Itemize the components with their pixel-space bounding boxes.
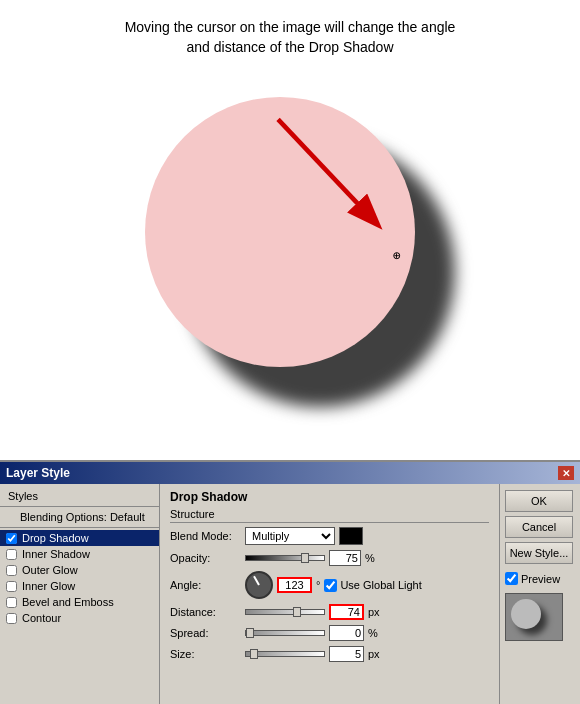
spread-label: Spread: [170,627,245,639]
preview-label: Preview [521,573,560,585]
outer-glow-item[interactable]: Outer Glow [0,562,159,578]
blending-options-label: Blending Options: Default [20,511,145,523]
contour-label: Contour [22,612,61,624]
size-label: Size: [170,648,245,660]
size-input[interactable] [329,646,364,662]
ok-button[interactable]: OK [505,490,573,512]
size-row: Size: px [170,646,489,662]
opacity-controls: % [245,550,489,566]
dialog-title-bar: Layer Style ✕ [0,462,580,484]
spread-unit: % [368,627,378,639]
styles-divider-2 [0,527,159,528]
angle-label: Angle: [170,579,245,591]
drop-shadow-item[interactable]: Drop Shadow [0,530,159,546]
section-title: Drop Shadow [170,490,489,504]
inner-shadow-item[interactable]: Inner Shadow [0,546,159,562]
angle-controls: ° Use Global Light [245,571,489,599]
layer-style-dialog: Layer Style ✕ Styles Blending Options: D… [0,460,580,704]
bevel-emboss-item[interactable]: Bevel and Emboss [0,594,159,610]
drop-shadow-checkbox[interactable] [6,533,17,544]
size-slider[interactable] [245,651,325,657]
inner-glow-item[interactable]: Inner Glow [0,578,159,594]
angle-unit: ° [316,579,320,591]
blending-options-item[interactable]: Blending Options: Default [0,509,159,525]
distance-label: Distance: [170,606,245,618]
preview-checkbox[interactable] [505,572,518,585]
size-thumb[interactable] [250,649,258,659]
blend-mode-dropdown[interactable]: Multiply [245,527,335,545]
distance-controls: px [245,604,489,620]
blend-mode-row: Blend Mode: Multiply [170,527,489,545]
size-unit: px [368,648,380,660]
outer-glow-label: Outer Glow [22,564,78,576]
inner-glow-checkbox[interactable] [6,581,17,592]
blend-mode-label: Blend Mode: [170,530,245,542]
spread-controls: % [245,625,489,641]
distance-slider[interactable] [245,609,325,615]
global-light-label: Use Global Light [340,579,421,591]
close-button[interactable]: ✕ [558,466,574,480]
bevel-emboss-checkbox[interactable] [6,597,17,608]
spread-row: Spread: % [170,625,489,641]
opacity-unit: % [365,552,375,564]
opacity-slider[interactable] [245,555,325,561]
preview-circle [511,599,541,629]
instruction-line2: and distance of the Drop Shadow [186,39,393,55]
structure-subtitle: Structure [170,508,489,523]
opacity-row: Opacity: % [170,550,489,566]
circle-container: ⊕ [145,87,435,377]
styles-divider-1 [0,506,159,507]
distance-unit: px [368,606,380,618]
opacity-label: Opacity: [170,552,245,564]
right-buttons-panel: OK Cancel New Style... Preview [500,484,580,704]
angle-dial[interactable] [245,571,273,599]
preview-thumbnail [505,593,563,641]
spread-slider[interactable] [245,630,325,636]
instruction-line1: Moving the cursor on the image will chan… [125,19,456,35]
opacity-input[interactable] [329,550,361,566]
drop-shadow-label: Drop Shadow [22,532,89,544]
dialog-content: Styles Blending Options: Default Drop Sh… [0,484,580,704]
angle-row: Angle: ° Use Global Light [170,571,489,599]
cursor-indicator: ⊕ [393,249,401,262]
cancel-button[interactable]: Cancel [505,516,573,538]
inner-shadow-label: Inner Shadow [22,548,90,560]
angle-input[interactable] [277,577,312,593]
opacity-thumb[interactable] [301,553,309,563]
preview-area: Moving the cursor on the image will chan… [0,0,580,460]
contour-checkbox[interactable] [6,613,17,624]
preview-checkbox-group: Preview [505,572,575,585]
global-light-control: Use Global Light [324,579,421,592]
angle-needle [253,576,260,586]
distance-input[interactable] [329,604,364,620]
drop-shadow-settings-panel: Drop Shadow Structure Blend Mode: Multip… [160,484,500,704]
spread-thumb[interactable] [246,628,254,638]
bevel-emboss-label: Bevel and Emboss [22,596,114,608]
distance-thumb[interactable] [293,607,301,617]
blend-color-swatch[interactable] [339,527,363,545]
blend-mode-controls: Multiply [245,527,489,545]
distance-row: Distance: px [170,604,489,620]
inner-shadow-checkbox[interactable] [6,549,17,560]
styles-panel-header: Styles [0,488,159,504]
svg-line-1 [278,119,376,223]
spread-input[interactable] [329,625,364,641]
styles-panel: Styles Blending Options: Default Drop Sh… [0,484,160,704]
size-controls: px [245,646,489,662]
outer-glow-checkbox[interactable] [6,565,17,576]
new-style-button[interactable]: New Style... [505,542,573,564]
dialog-title: Layer Style [6,466,70,480]
arrow-indicator [255,107,405,247]
global-light-checkbox[interactable] [324,579,337,592]
instruction-text: Moving the cursor on the image will chan… [125,18,456,57]
inner-glow-label: Inner Glow [22,580,75,592]
contour-item[interactable]: Contour [0,610,159,626]
